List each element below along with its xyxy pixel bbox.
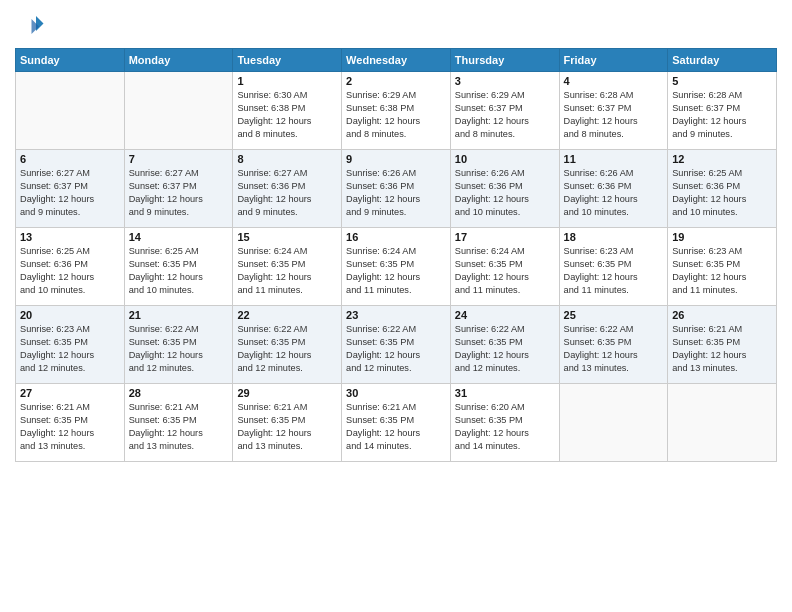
weekday-header-wednesday: Wednesday [342, 49, 451, 72]
day-number: 20 [20, 309, 120, 321]
day-info: Sunrise: 6:20 AM Sunset: 6:35 PM Dayligh… [455, 401, 555, 453]
day-number: 28 [129, 387, 229, 399]
day-info: Sunrise: 6:28 AM Sunset: 6:37 PM Dayligh… [564, 89, 664, 141]
day-number: 10 [455, 153, 555, 165]
day-info: Sunrise: 6:26 AM Sunset: 6:36 PM Dayligh… [346, 167, 446, 219]
calendar-cell [668, 384, 777, 462]
day-info: Sunrise: 6:22 AM Sunset: 6:35 PM Dayligh… [237, 323, 337, 375]
day-number: 9 [346, 153, 446, 165]
day-number: 27 [20, 387, 120, 399]
calendar-cell: 20Sunrise: 6:23 AM Sunset: 6:35 PM Dayli… [16, 306, 125, 384]
day-info: Sunrise: 6:21 AM Sunset: 6:35 PM Dayligh… [237, 401, 337, 453]
day-number: 25 [564, 309, 664, 321]
calendar-cell: 29Sunrise: 6:21 AM Sunset: 6:35 PM Dayli… [233, 384, 342, 462]
day-number: 29 [237, 387, 337, 399]
calendar-cell: 9Sunrise: 6:26 AM Sunset: 6:36 PM Daylig… [342, 150, 451, 228]
calendar-cell: 1Sunrise: 6:30 AM Sunset: 6:38 PM Daylig… [233, 72, 342, 150]
calendar-cell: 16Sunrise: 6:24 AM Sunset: 6:35 PM Dayli… [342, 228, 451, 306]
day-info: Sunrise: 6:21 AM Sunset: 6:35 PM Dayligh… [672, 323, 772, 375]
day-number: 8 [237, 153, 337, 165]
calendar-cell: 8Sunrise: 6:27 AM Sunset: 6:36 PM Daylig… [233, 150, 342, 228]
day-number: 3 [455, 75, 555, 87]
day-info: Sunrise: 6:24 AM Sunset: 6:35 PM Dayligh… [237, 245, 337, 297]
day-info: Sunrise: 6:22 AM Sunset: 6:35 PM Dayligh… [564, 323, 664, 375]
calendar-cell: 31Sunrise: 6:20 AM Sunset: 6:35 PM Dayli… [450, 384, 559, 462]
header [15, 10, 777, 40]
day-info: Sunrise: 6:28 AM Sunset: 6:37 PM Dayligh… [672, 89, 772, 141]
day-number: 19 [672, 231, 772, 243]
calendar-cell: 15Sunrise: 6:24 AM Sunset: 6:35 PM Dayli… [233, 228, 342, 306]
day-info: Sunrise: 6:27 AM Sunset: 6:37 PM Dayligh… [20, 167, 120, 219]
calendar-cell [124, 72, 233, 150]
calendar-cell: 30Sunrise: 6:21 AM Sunset: 6:35 PM Dayli… [342, 384, 451, 462]
week-row-5: 27Sunrise: 6:21 AM Sunset: 6:35 PM Dayli… [16, 384, 777, 462]
day-number: 31 [455, 387, 555, 399]
weekday-header-monday: Monday [124, 49, 233, 72]
day-info: Sunrise: 6:22 AM Sunset: 6:35 PM Dayligh… [129, 323, 229, 375]
calendar-cell: 17Sunrise: 6:24 AM Sunset: 6:35 PM Dayli… [450, 228, 559, 306]
day-number: 14 [129, 231, 229, 243]
calendar-cell: 18Sunrise: 6:23 AM Sunset: 6:35 PM Dayli… [559, 228, 668, 306]
calendar-cell: 13Sunrise: 6:25 AM Sunset: 6:36 PM Dayli… [16, 228, 125, 306]
day-number: 23 [346, 309, 446, 321]
day-number: 4 [564, 75, 664, 87]
day-info: Sunrise: 6:22 AM Sunset: 6:35 PM Dayligh… [346, 323, 446, 375]
day-info: Sunrise: 6:29 AM Sunset: 6:37 PM Dayligh… [455, 89, 555, 141]
calendar-cell: 21Sunrise: 6:22 AM Sunset: 6:35 PM Dayli… [124, 306, 233, 384]
week-row-1: 1Sunrise: 6:30 AM Sunset: 6:38 PM Daylig… [16, 72, 777, 150]
calendar-cell: 10Sunrise: 6:26 AM Sunset: 6:36 PM Dayli… [450, 150, 559, 228]
day-info: Sunrise: 6:21 AM Sunset: 6:35 PM Dayligh… [346, 401, 446, 453]
day-info: Sunrise: 6:29 AM Sunset: 6:38 PM Dayligh… [346, 89, 446, 141]
day-info: Sunrise: 6:24 AM Sunset: 6:35 PM Dayligh… [455, 245, 555, 297]
day-info: Sunrise: 6:23 AM Sunset: 6:35 PM Dayligh… [564, 245, 664, 297]
calendar-cell: 25Sunrise: 6:22 AM Sunset: 6:35 PM Dayli… [559, 306, 668, 384]
day-info: Sunrise: 6:27 AM Sunset: 6:37 PM Dayligh… [129, 167, 229, 219]
day-info: Sunrise: 6:25 AM Sunset: 6:36 PM Dayligh… [20, 245, 120, 297]
logo-icon [15, 10, 45, 40]
day-number: 21 [129, 309, 229, 321]
calendar-cell: 28Sunrise: 6:21 AM Sunset: 6:35 PM Dayli… [124, 384, 233, 462]
weekday-header-friday: Friday [559, 49, 668, 72]
day-number: 13 [20, 231, 120, 243]
day-info: Sunrise: 6:27 AM Sunset: 6:36 PM Dayligh… [237, 167, 337, 219]
week-row-2: 6Sunrise: 6:27 AM Sunset: 6:37 PM Daylig… [16, 150, 777, 228]
day-info: Sunrise: 6:24 AM Sunset: 6:35 PM Dayligh… [346, 245, 446, 297]
calendar-cell [16, 72, 125, 150]
calendar-cell: 6Sunrise: 6:27 AM Sunset: 6:37 PM Daylig… [16, 150, 125, 228]
day-number: 30 [346, 387, 446, 399]
calendar-cell: 7Sunrise: 6:27 AM Sunset: 6:37 PM Daylig… [124, 150, 233, 228]
logo [15, 10, 49, 40]
calendar-cell: 14Sunrise: 6:25 AM Sunset: 6:35 PM Dayli… [124, 228, 233, 306]
week-row-4: 20Sunrise: 6:23 AM Sunset: 6:35 PM Dayli… [16, 306, 777, 384]
day-number: 7 [129, 153, 229, 165]
day-number: 24 [455, 309, 555, 321]
weekday-header-saturday: Saturday [668, 49, 777, 72]
weekday-header-tuesday: Tuesday [233, 49, 342, 72]
calendar-cell: 4Sunrise: 6:28 AM Sunset: 6:37 PM Daylig… [559, 72, 668, 150]
calendar-cell: 23Sunrise: 6:22 AM Sunset: 6:35 PM Dayli… [342, 306, 451, 384]
day-info: Sunrise: 6:25 AM Sunset: 6:35 PM Dayligh… [129, 245, 229, 297]
day-info: Sunrise: 6:21 AM Sunset: 6:35 PM Dayligh… [129, 401, 229, 453]
calendar-cell: 22Sunrise: 6:22 AM Sunset: 6:35 PM Dayli… [233, 306, 342, 384]
day-info: Sunrise: 6:22 AM Sunset: 6:35 PM Dayligh… [455, 323, 555, 375]
page: SundayMondayTuesdayWednesdayThursdayFrid… [0, 0, 792, 612]
calendar-cell: 5Sunrise: 6:28 AM Sunset: 6:37 PM Daylig… [668, 72, 777, 150]
day-number: 12 [672, 153, 772, 165]
day-number: 17 [455, 231, 555, 243]
day-number: 26 [672, 309, 772, 321]
day-number: 1 [237, 75, 337, 87]
calendar-cell: 19Sunrise: 6:23 AM Sunset: 6:35 PM Dayli… [668, 228, 777, 306]
calendar-cell: 12Sunrise: 6:25 AM Sunset: 6:36 PM Dayli… [668, 150, 777, 228]
day-number: 5 [672, 75, 772, 87]
weekday-header-row: SundayMondayTuesdayWednesdayThursdayFrid… [16, 49, 777, 72]
weekday-header-sunday: Sunday [16, 49, 125, 72]
calendar-cell: 27Sunrise: 6:21 AM Sunset: 6:35 PM Dayli… [16, 384, 125, 462]
svg-marker-0 [36, 16, 44, 31]
calendar-cell: 11Sunrise: 6:26 AM Sunset: 6:36 PM Dayli… [559, 150, 668, 228]
week-row-3: 13Sunrise: 6:25 AM Sunset: 6:36 PM Dayli… [16, 228, 777, 306]
day-info: Sunrise: 6:30 AM Sunset: 6:38 PM Dayligh… [237, 89, 337, 141]
day-info: Sunrise: 6:25 AM Sunset: 6:36 PM Dayligh… [672, 167, 772, 219]
calendar-cell: 3Sunrise: 6:29 AM Sunset: 6:37 PM Daylig… [450, 72, 559, 150]
day-info: Sunrise: 6:26 AM Sunset: 6:36 PM Dayligh… [564, 167, 664, 219]
calendar-table: SundayMondayTuesdayWednesdayThursdayFrid… [15, 48, 777, 462]
